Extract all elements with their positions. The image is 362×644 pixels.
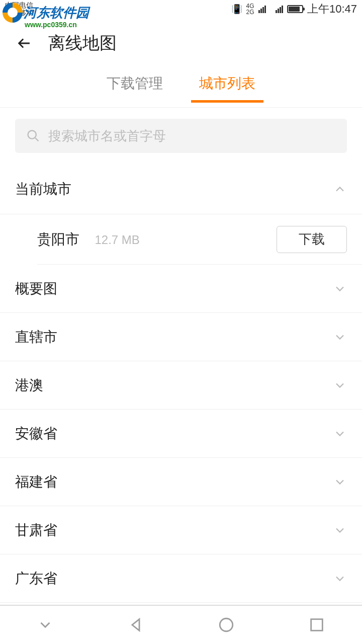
chevron-down-icon — [333, 378, 347, 392]
back-button[interactable] — [15, 34, 34, 53]
category-fujian[interactable]: 福建省 — [0, 458, 362, 506]
signal-2-icon — [276, 6, 283, 13]
nav-recent-button[interactable] — [308, 616, 326, 634]
section-title-current-city: 当前城市 — [15, 180, 71, 199]
tab-download-mgmt[interactable]: 下载管理 — [104, 74, 166, 102]
chevron-down-icon — [333, 427, 347, 441]
category-label: 直辖市 — [15, 328, 57, 347]
city-size: 12.7 MB — [95, 233, 139, 247]
nav-home-button[interactable] — [217, 616, 235, 634]
download-button[interactable]: 下载 — [277, 226, 347, 253]
svg-rect-2 — [311, 619, 323, 631]
svg-point-0 — [28, 131, 36, 139]
category-municipality[interactable]: 直辖市 — [0, 313, 362, 361]
category-guangdong[interactable]: 广东省 — [0, 554, 362, 603]
watermark-url: www.pc0359.cn — [25, 21, 89, 29]
net-2g: 2G — [246, 9, 254, 16]
search-icon — [26, 129, 40, 143]
page-title: 离线地图 — [48, 32, 117, 55]
status-time: 上午10:47 — [307, 2, 357, 17]
nav-hide-button[interactable] — [36, 616, 54, 634]
signal-1-icon — [258, 6, 266, 13]
svg-point-1 — [220, 618, 233, 631]
section-current-city[interactable]: 当前城市 — [0, 164, 362, 214]
category-label: 广东省 — [15, 569, 57, 588]
chevron-down-icon — [333, 282, 347, 296]
chevron-down-icon — [333, 523, 347, 537]
category-label: 港澳 — [15, 376, 43, 395]
search-box[interactable] — [15, 119, 347, 153]
city-name: 贵阳市 — [37, 231, 79, 247]
category-hkmo[interactable]: 港澳 — [0, 361, 362, 410]
vibrate-icon: 📳 — [231, 4, 242, 15]
category-label: 福建省 — [15, 472, 57, 492]
chevron-up-icon — [333, 182, 347, 196]
back-arrow-icon — [16, 35, 33, 52]
category-gansu[interactable]: 甘肃省 — [0, 506, 362, 554]
category-label: 甘肃省 — [15, 521, 57, 540]
watermark-logo: 河东软件园 www.pc0359.cn — [3, 3, 89, 29]
search-input[interactable] — [48, 128, 336, 144]
nav-back-button[interactable] — [127, 616, 145, 634]
battery-icon — [287, 5, 303, 13]
city-row-guiyang: 贵阳市 12.7 MB 下载 — [37, 214, 362, 265]
watermark-icon — [3, 3, 23, 23]
category-overview[interactable]: 概要图 — [0, 265, 362, 313]
tab-city-list[interactable]: 城市列表 — [196, 74, 258, 102]
chevron-down-icon — [333, 475, 347, 489]
chevron-down-icon — [333, 572, 347, 586]
category-label: 安徽省 — [15, 424, 57, 443]
category-label: 概要图 — [15, 279, 57, 298]
category-anhui[interactable]: 安徽省 — [0, 410, 362, 458]
system-nav-bar — [0, 605, 362, 644]
watermark-title: 河东软件园 — [24, 4, 89, 22]
chevron-down-icon — [333, 330, 347, 344]
tab-bar: 下载管理 城市列表 — [0, 68, 362, 108]
